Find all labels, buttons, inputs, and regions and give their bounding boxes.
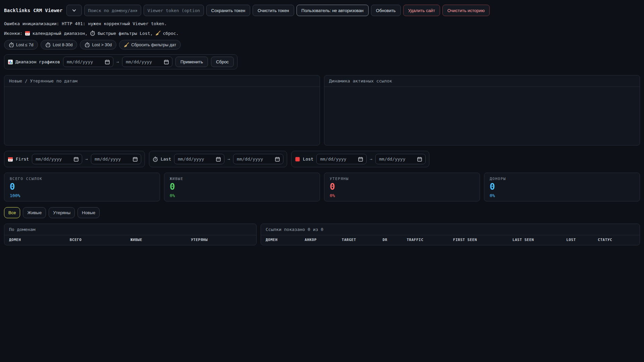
reset-date-filters-button[interactable]: Сбросить фильтры дат xyxy=(119,40,181,50)
stat-card-total-links: ВСЕГО ССЫЛОК 0 100% xyxy=(4,173,160,201)
app-title: Backlinks CRM Viewer xyxy=(4,8,63,13)
calendar-picker-icon[interactable] xyxy=(275,157,280,162)
column-header-domain[interactable]: ДОМЕН xyxy=(9,238,70,242)
lost-to-input[interactable]: mm/dd/yyyy xyxy=(375,154,426,164)
stopwatch-icon xyxy=(45,42,50,47)
column-header-live[interactable]: ЖИВЫЕ xyxy=(130,238,191,242)
calendar-picker-icon[interactable] xyxy=(105,59,110,64)
delete-site-button[interactable]: Удалить сайт xyxy=(403,5,440,16)
stat-card-lost: УТЕРЯНЫ 0 0% xyxy=(324,173,480,201)
top-toolbar: Backlinks CRM Viewer Сохранить токен Очи… xyxy=(4,5,640,16)
init-error-message: Ошибка инициализации: HTTP 401: нужен ко… xyxy=(4,21,640,26)
links-table-title: Ссылки показано 0 из 0 xyxy=(261,224,640,235)
first-from-input[interactable]: mm/dd/yyyy xyxy=(32,154,82,164)
column-header-first-seen[interactable]: FIRST SEEN xyxy=(453,238,513,242)
stat-card-live: ЖИВЫЕ 0 0% xyxy=(164,173,320,201)
calendar-picker-icon[interactable] xyxy=(164,59,169,64)
calendar-icon xyxy=(8,157,13,162)
lost-label: Lost xyxy=(303,157,313,162)
stat-percent: 0% xyxy=(490,193,634,198)
chart-range-to-input[interactable]: mm/dd/yyyy xyxy=(122,57,172,67)
stat-value: 0 xyxy=(170,182,314,192)
last-from-input[interactable]: mm/dd/yyyy xyxy=(174,154,224,164)
column-header-dr[interactable]: DR xyxy=(383,238,407,242)
chart-range-label: Диапазон графиков xyxy=(15,59,60,64)
calendar-picker-icon[interactable] xyxy=(73,157,78,162)
chart-canvas-new-lost[interactable] xyxy=(4,87,320,145)
apply-range-button[interactable]: Применить xyxy=(175,57,208,67)
column-header-last-seen[interactable]: LAST SEEN xyxy=(513,238,566,242)
stat-label: ВСЕГО ССЫЛОК xyxy=(10,177,154,181)
stat-label: ЖИВЫЕ xyxy=(170,177,314,181)
date-value: mm/dd/yyyy xyxy=(320,157,346,162)
first-to-input[interactable]: mm/dd/yyyy xyxy=(91,154,141,164)
quick-filter-lost-7d[interactable]: Lost ≤ 7d xyxy=(4,40,38,50)
tab-all[interactable]: Все xyxy=(4,207,20,218)
calendar-picker-icon[interactable] xyxy=(132,157,138,162)
column-header-lost[interactable]: УТЕРЯНЫ xyxy=(191,238,252,242)
range-arrow: → xyxy=(116,59,119,64)
calendar-picker-icon[interactable] xyxy=(216,157,221,162)
calendar-picker-icon[interactable] xyxy=(358,157,363,162)
chart-range-bar: Диапазон графиков mm/dd/yyyy → mm/dd/yyy… xyxy=(4,54,237,69)
column-header-status[interactable]: СТАТУС xyxy=(598,238,635,242)
legend-broom-text: сброс. xyxy=(163,31,179,36)
chart-range-from-input[interactable]: mm/dd/yyyy xyxy=(63,57,113,67)
quick-filter-lost-8-30d[interactable]: Lost 8-30d xyxy=(41,40,77,50)
last-to-input[interactable]: mm/dd/yyyy xyxy=(233,154,283,164)
site-select[interactable] xyxy=(66,5,82,16)
charts-row: Новые / Утерянные по датам Динамика акти… xyxy=(4,75,640,145)
column-header-total[interactable]: ВСЕГО xyxy=(70,238,130,242)
quick-filter-label: Lost > 30d xyxy=(92,43,112,47)
quick-filter-label: Lost 8-30d xyxy=(53,43,72,47)
column-header-domain[interactable]: ДОМЕН xyxy=(266,238,305,242)
stopwatch-icon xyxy=(85,42,90,47)
column-header-lost[interactable]: LOST xyxy=(566,238,598,242)
column-header-traffic[interactable]: TRAFFIC xyxy=(407,238,453,242)
tab-lost[interactable]: Утеряны xyxy=(49,207,75,218)
domains-table-title: По доменам xyxy=(4,224,256,235)
calendar-picker-icon[interactable] xyxy=(417,157,422,162)
chevron-down-icon xyxy=(71,8,77,13)
stat-percent: 0% xyxy=(330,193,474,198)
chart-range-label-wrap: Диапазон графиков xyxy=(8,59,60,65)
viewer-token-input[interactable] xyxy=(144,5,204,16)
stat-label: ДОНОРЫ xyxy=(490,177,634,181)
legend-stopwatch-text: быстрые фильтры Lost, xyxy=(98,31,153,36)
refresh-button[interactable]: Обновить xyxy=(371,5,401,16)
column-header-anchor[interactable]: АНКОР xyxy=(305,238,342,242)
tab-new[interactable]: Новые xyxy=(77,207,100,218)
date-value: mm/dd/yyyy xyxy=(67,59,93,64)
stat-value: 0 xyxy=(330,182,474,192)
first-label: First xyxy=(16,157,29,162)
links-table-header: ДОМЕН АНКОР TARGET DR TRAFFIC FIRST SEEN… xyxy=(261,235,640,245)
date-value: mm/dd/yyyy xyxy=(95,157,121,162)
domains-table-header: ДОМЕН ВСЕГО ЖИВЫЕ УТЕРЯНЫ xyxy=(4,235,256,245)
lost-label-wrap: Lost xyxy=(295,157,313,162)
clear-history-button[interactable]: Очистить историю xyxy=(442,5,490,16)
reset-range-button[interactable]: Сброс xyxy=(211,57,234,67)
chart-panel-new-lost: Новые / Утерянные по датам xyxy=(4,75,320,145)
lost-from-input[interactable]: mm/dd/yyyy xyxy=(316,154,367,164)
last-seen-filter-group: Last mm/dd/yyyy → mm/dd/yyyy xyxy=(149,151,287,167)
stat-percent: 0% xyxy=(170,193,314,198)
column-header-target[interactable]: TARGET xyxy=(342,238,383,242)
search-input[interactable] xyxy=(84,5,141,16)
date-value: mm/dd/yyyy xyxy=(126,59,152,64)
clear-token-button[interactable]: Очистить токен xyxy=(253,5,294,16)
date-value: mm/dd/yyyy xyxy=(178,157,204,162)
quick-filter-lost-30d[interactable]: Lost > 30d xyxy=(80,40,116,50)
broom-icon xyxy=(124,42,129,47)
first-seen-filter-group: First mm/dd/yyyy → mm/dd/yyyy xyxy=(4,151,145,167)
save-token-button[interactable]: Сохранить токен xyxy=(206,5,251,16)
quick-filter-label: Сбросить фильтры дат xyxy=(131,43,176,47)
legend-calendar-text: календарный диапазон, xyxy=(33,31,88,36)
stopwatch-icon xyxy=(90,31,95,36)
stat-card-donors: ДОНОРЫ 0 0% xyxy=(484,173,640,201)
chart-canvas-active-dynamics[interactable] xyxy=(324,87,640,145)
user-status-button[interactable]: Пользователь: не авторизован xyxy=(297,5,369,16)
date-value: mm/dd/yyyy xyxy=(36,157,62,162)
tables-row: По доменам ДОМЕН ВСЕГО ЖИВЫЕ УТЕРЯНЫ Ссы… xyxy=(4,224,640,245)
quick-filter-label: Lost ≤ 7d xyxy=(16,43,33,47)
tab-live[interactable]: Живые xyxy=(23,207,46,218)
